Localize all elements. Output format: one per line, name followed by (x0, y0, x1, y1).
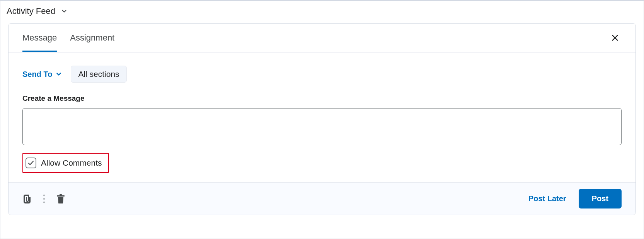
post-button[interactable]: Post (579, 189, 622, 208)
svg-point-2 (43, 194, 45, 196)
allow-comments-label: Allow Comments (41, 158, 102, 168)
send-to-dropdown[interactable]: Send To (22, 70, 62, 79)
trash-icon (56, 194, 65, 203)
recipient-chip[interactable]: All sections (71, 66, 126, 83)
chevron-down-icon (61, 8, 68, 15)
footer-left (22, 194, 65, 204)
compose-content: Send To All sections Create a Message Al… (9, 53, 635, 182)
send-to-label: Send To (22, 70, 52, 79)
close-button[interactable] (608, 31, 622, 44)
widget-title: Activity Feed (7, 6, 55, 16)
attachment-icon (22, 194, 32, 204)
close-icon (611, 34, 619, 42)
attach-button[interactable] (22, 194, 32, 204)
tabs: Message Assignment (22, 24, 114, 52)
more-vertical-icon (43, 194, 46, 204)
delete-button[interactable] (56, 194, 65, 203)
svg-point-3 (43, 198, 45, 199)
widget-header: Activity Feed (0, 1, 644, 20)
more-options-button[interactable] (43, 194, 46, 204)
tabs-row: Message Assignment (9, 24, 635, 53)
send-to-row: Send To All sections (22, 66, 622, 83)
chevron-down-icon (55, 71, 62, 78)
compose-footer: Post Later Post (9, 182, 635, 215)
checkmark-icon (27, 159, 34, 166)
footer-right: Post Later Post (520, 189, 622, 208)
tab-assignment[interactable]: Assignment (70, 24, 114, 52)
tab-message[interactable]: Message (22, 24, 57, 52)
message-input[interactable] (22, 108, 622, 145)
svg-rect-6 (57, 195, 65, 197)
allow-comments-checkbox[interactable] (26, 158, 36, 168)
widget-menu-toggle[interactable] (61, 8, 68, 15)
message-label: Create a Message (22, 94, 622, 103)
post-later-button[interactable]: Post Later (520, 189, 575, 208)
svg-rect-5 (60, 194, 62, 195)
allow-comments-highlight: Allow Comments (22, 153, 109, 173)
compose-panel: Message Assignment Send To All sections … (8, 23, 636, 215)
svg-point-4 (43, 201, 45, 203)
